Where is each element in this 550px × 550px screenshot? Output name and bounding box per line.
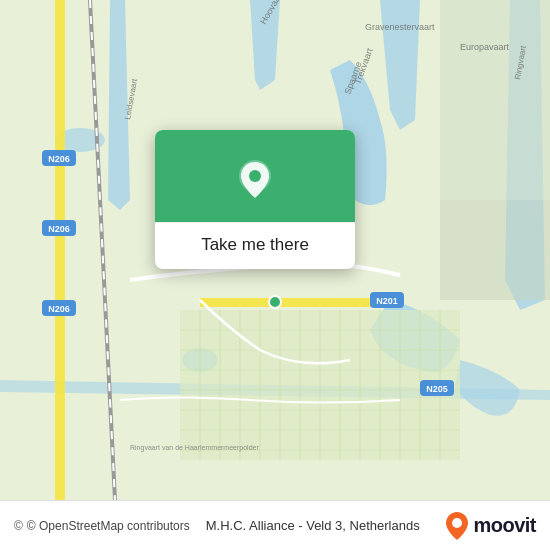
map-pin-icon (233, 158, 277, 202)
svg-point-46 (269, 296, 281, 308)
copyright-icon: © (14, 519, 23, 533)
location-popup: Take me there (155, 130, 355, 269)
svg-text:Gravenestervaart: Gravenestervaart (365, 22, 435, 32)
svg-text:N205: N205 (426, 384, 448, 394)
svg-point-49 (452, 518, 462, 528)
svg-rect-4 (440, 200, 550, 300)
svg-rect-26 (55, 0, 65, 500)
popup-header (155, 130, 355, 222)
svg-text:N206: N206 (48, 224, 70, 234)
svg-text:N201: N201 (376, 296, 398, 306)
svg-text:Ringvaart van de Haarlemmermee: Ringvaart van de Haarlemmermeerpolder (130, 444, 259, 452)
svg-rect-3 (440, 0, 550, 200)
map-container[interactable]: N206 N206 N206 N201 N205 Hoovaart Graven… (0, 0, 550, 500)
footer-left: © © OpenStreetMap contributors M.H.C. Al… (14, 518, 420, 533)
moovit-brand-name: moovit (473, 514, 536, 537)
svg-text:N206: N206 (48, 154, 70, 164)
svg-text:N206: N206 (48, 304, 70, 314)
copyright-text: © OpenStreetMap contributors (27, 519, 190, 533)
footer: © © OpenStreetMap contributors M.H.C. Al… (0, 500, 550, 550)
location-title: M.H.C. Alliance - Veld 3, Netherlands (206, 518, 420, 533)
moovit-logo: moovit (446, 512, 536, 540)
svg-point-48 (249, 170, 261, 182)
take-me-there-label[interactable]: Take me there (201, 235, 309, 254)
moovit-pin-icon (446, 512, 468, 540)
svg-text:Europavaart: Europavaart (460, 42, 510, 52)
popup-body[interactable]: Take me there (155, 222, 355, 269)
